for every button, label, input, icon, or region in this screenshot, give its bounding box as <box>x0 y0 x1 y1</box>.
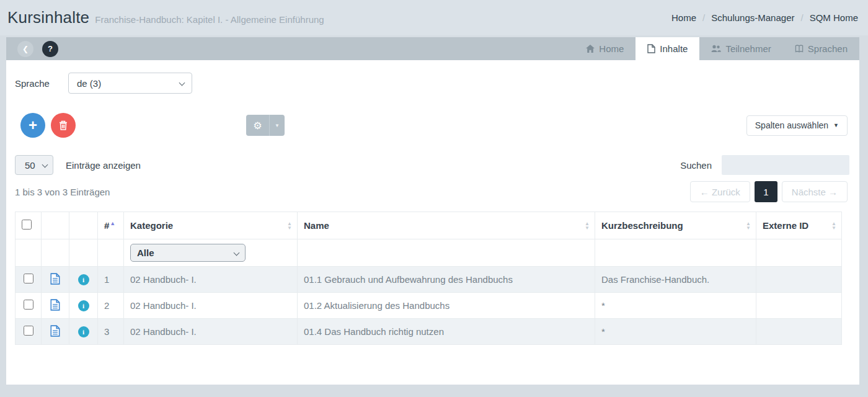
next-page-button[interactable]: Nächste → <box>782 181 848 202</box>
previous-page-button[interactable]: ← Zurück <box>690 181 750 202</box>
kategorie-filter-select[interactable]: Alle <box>130 244 246 262</box>
tab-sprachen[interactable]: Sprachen <box>783 37 859 60</box>
pagination: ← Zurück 1 Nächste → <box>690 181 848 202</box>
add-button[interactable]: + <box>20 113 45 138</box>
table-row: i 3 02 Handbuch- I. 01.4 Das Handbuch ri… <box>16 319 842 345</box>
row-checkbox[interactable] <box>24 274 33 283</box>
cell-externe-id <box>756 319 842 345</box>
back-icon: ❮ <box>22 45 29 53</box>
column-header-kurzbeschreibung[interactable]: Kurzbeschreibung ▲▼ <box>595 212 756 239</box>
cell-name: 01.2 Aktualisierung des Handbuchs <box>298 293 595 319</box>
tab-inhalte[interactable]: Inhalte <box>636 37 699 60</box>
kategorie-filter-value: Alle <box>137 248 154 258</box>
page-number: 1 <box>763 187 768 197</box>
caret-down-icon: ▼ <box>275 123 280 128</box>
cell-kategorie: 02 Handbuch- I. <box>124 267 298 293</box>
next-page-label: Nächste → <box>792 187 838 197</box>
column-header-externe-id[interactable]: Externe ID ▲▼ <box>756 212 842 239</box>
table-header-row: #▲ Kategorie ▲▼ Name ▲▼ Kurzbeschreibung… <box>16 212 842 239</box>
cell-num: 1 <box>98 267 124 293</box>
sort-icon: ▲▼ <box>287 221 292 230</box>
info-icon[interactable]: i <box>78 274 89 285</box>
chevron-down-icon <box>234 250 240 256</box>
page-size-select[interactable]: 50 <box>15 155 53 175</box>
help-icon: ? <box>48 44 53 53</box>
settings-button[interactable]: ⚙ <box>246 115 270 136</box>
language-select-value: de (3) <box>77 78 101 89</box>
select-all-checkbox[interactable] <box>22 220 32 230</box>
cell-kurzbeschreibung: * <box>595 319 756 345</box>
tab-bar: Home Inhalte Teilnehmer Sprachen <box>574 37 859 60</box>
help-button[interactable]: ? <box>42 41 58 57</box>
column-header-name[interactable]: Name ▲▼ <box>298 212 595 239</box>
sort-icon: ▲▼ <box>746 221 751 230</box>
search-label: Suchen <box>680 160 712 171</box>
choose-columns-button[interactable]: Spalten auswählen ▼ <box>746 115 848 136</box>
column-header-num[interactable]: #▲ <box>98 212 124 239</box>
delete-button[interactable] <box>51 113 76 138</box>
home-icon <box>586 45 595 53</box>
page-number-button[interactable]: 1 <box>755 181 777 202</box>
cell-name: 01.1 Gebrauch und Aufbewahrung des Handb… <box>298 267 595 293</box>
tab-label: Inhalte <box>660 43 688 54</box>
tab-home[interactable]: Home <box>574 37 636 60</box>
course-contents-table: #▲ Kategorie ▲▼ Name ▲▼ Kurzbeschreibung… <box>15 212 842 345</box>
table-row: i 1 02 Handbuch- I. 01.1 Gebrauch und Au… <box>16 267 842 293</box>
breadcrumb: Home / Schulungs-Manager / SQM Home <box>671 12 858 23</box>
document-icon[interactable] <box>50 299 60 311</box>
table-filter-row: Alle <box>16 239 842 267</box>
main-container: ❮ ? Home Inhalte Teilnehmer Sprachen <box>6 37 859 385</box>
settings-split-button: ⚙ ▼ <box>246 115 285 136</box>
breadcrumb-home[interactable]: Home <box>671 12 696 23</box>
chevron-down-icon <box>42 162 48 168</box>
breadcrumb-separator: / <box>702 12 705 23</box>
tab-label: Home <box>599 43 624 54</box>
cell-num: 2 <box>98 293 124 319</box>
toolbar: ❮ ? Home Inhalte Teilnehmer Sprachen <box>6 37 859 60</box>
info-icon[interactable]: i <box>78 300 89 311</box>
page-size-value: 50 <box>25 160 35 171</box>
file-icon <box>647 44 655 53</box>
sort-ascending-icon: ▲ <box>110 220 115 226</box>
cell-kategorie: 02 Handbuch- I. <box>124 293 298 319</box>
cell-externe-id <box>756 293 842 319</box>
tab-label: Sprachen <box>808 43 848 54</box>
content-panel: Sprache de (3) + ⚙ ▼ Sp <box>6 60 859 385</box>
table-row: i 2 02 Handbuch- I. 01.2 Aktualisierung … <box>16 293 842 319</box>
column-header-kategorie[interactable]: Kategorie ▲▼ <box>124 212 298 239</box>
row-checkbox[interactable] <box>24 300 33 310</box>
cell-name: 01.4 Das Handbuch richtig nutzen <box>298 319 595 345</box>
language-icon <box>795 45 804 53</box>
info-icon[interactable]: i <box>78 326 89 337</box>
document-icon[interactable] <box>50 273 60 285</box>
top-header: Kursinhalte Franchise-Handbuch: Kapitel … <box>0 0 868 35</box>
cell-kurzbeschreibung: * <box>595 293 756 319</box>
language-label: Sprache <box>15 78 68 89</box>
trash-icon <box>59 120 68 130</box>
settings-dropdown-toggle[interactable]: ▼ <box>270 115 285 136</box>
chevron-down-icon <box>179 80 185 86</box>
tab-teilnehmer[interactable]: Teilnehmer <box>699 37 782 60</box>
cell-externe-id <box>756 267 842 293</box>
page-subtitle: Franchise-Handbuch: Kapitel I. - Allgeme… <box>95 14 324 25</box>
caret-down-icon: ▼ <box>833 122 839 128</box>
breadcrumb-schulungs-manager[interactable]: Schulungs-Manager <box>711 12 794 23</box>
gear-icon: ⚙ <box>253 120 262 132</box>
breadcrumb-sqm-home[interactable]: SQM Home <box>810 12 858 23</box>
sort-icon: ▲▼ <box>585 221 590 230</box>
document-icon[interactable] <box>50 325 60 337</box>
cell-kategorie: 02 Handbuch- I. <box>124 319 298 345</box>
language-select[interactable]: de (3) <box>68 73 192 94</box>
row-checkbox[interactable] <box>24 326 33 336</box>
entries-summary: 1 bis 3 von 3 Einträgen <box>15 187 110 197</box>
search-input[interactable] <box>722 155 849 175</box>
cell-kurzbeschreibung: Das Franchise-Handbuch. <box>595 267 756 293</box>
sort-icon: ▲▼ <box>831 221 836 230</box>
breadcrumb-separator: / <box>800 12 803 23</box>
choose-columns-label: Spalten auswählen <box>755 120 828 130</box>
back-button[interactable]: ❮ <box>17 41 33 57</box>
previous-page-label: ← Zurück <box>700 187 740 197</box>
users-icon <box>711 45 721 53</box>
tab-label: Teilnehmer <box>725 43 771 54</box>
page-title: Kursinhalte <box>7 8 89 27</box>
